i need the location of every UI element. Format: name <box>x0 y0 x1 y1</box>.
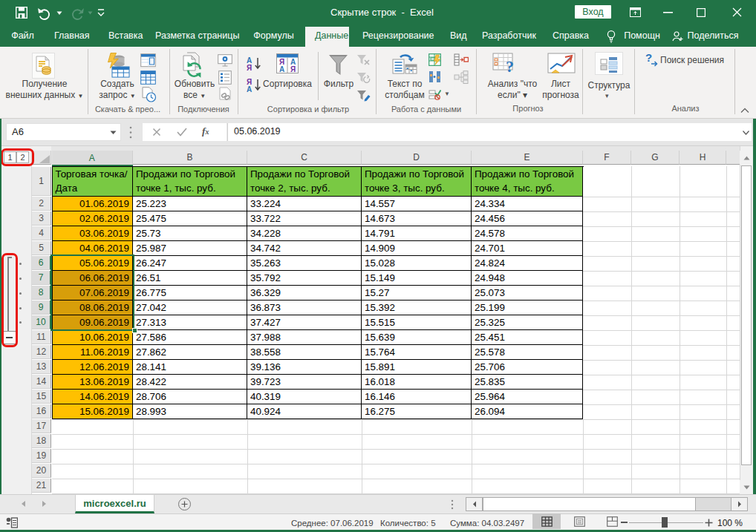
svg-text:?: ? <box>506 57 514 76</box>
svg-text:?: ? <box>645 52 652 64</box>
svg-text:А: А <box>279 65 284 73</box>
svg-text:А: А <box>247 85 252 93</box>
svg-text:Я: Я <box>247 64 252 71</box>
svg-text:Я: Я <box>290 65 296 73</box>
